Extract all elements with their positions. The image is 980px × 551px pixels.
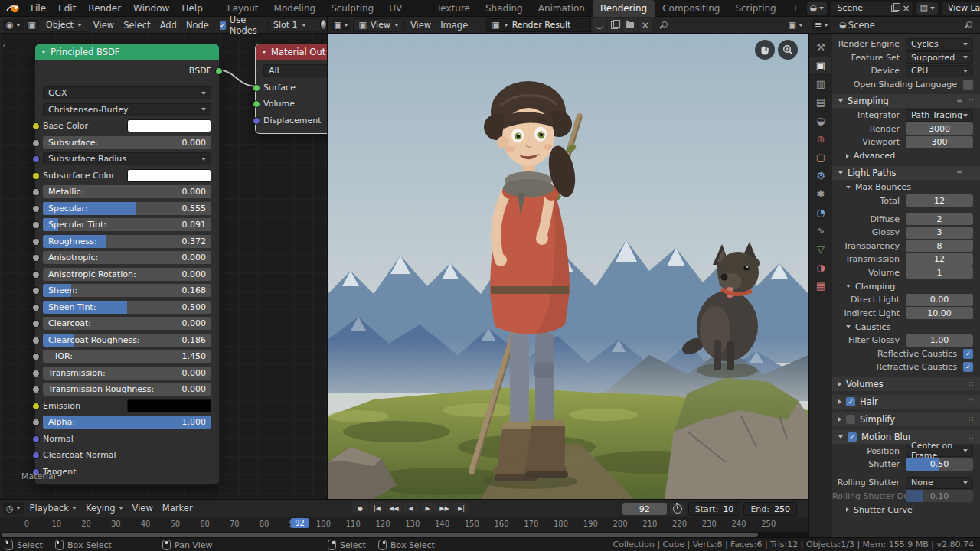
unlink-image-button[interactable]: × — [639, 18, 652, 32]
panel-options-icons[interactable]: ∷ — [969, 432, 975, 441]
prop-field-glossy[interactable]: 3 — [906, 227, 973, 239]
input-socket[interactable] — [32, 188, 40, 196]
slider-specular-tint[interactable]: Specular Tint:0.091 — [43, 218, 211, 231]
panel-options-icons[interactable]: ≡ ∷ — [956, 168, 975, 177]
scene-selector[interactable]: Scene × — [830, 2, 913, 15]
new-image-button[interactable] — [608, 18, 622, 32]
menu-window[interactable]: Window — [127, 0, 175, 17]
subpanel-header-shutter-curve[interactable]: Shutter Curve — [832, 504, 980, 516]
input-socket[interactable] — [32, 254, 40, 262]
prop-dropdown-position[interactable]: Center on Frame — [906, 445, 973, 457]
prop-field-viewport[interactable]: 300 — [906, 136, 973, 148]
node-header[interactable]: Material Out — [256, 44, 328, 60]
editor-type-button[interactable]: ▣ — [331, 19, 351, 31]
subpanel-header-advanced[interactable]: Advanced — [832, 150, 980, 162]
panel-options-icons[interactable]: ∷ — [969, 415, 975, 423]
node-header[interactable]: Principled BSDF — [35, 44, 219, 60]
shader-menu-add[interactable]: Add — [155, 17, 181, 34]
material-preview-icon[interactable] — [320, 19, 327, 31]
workspace-tab-uv-editing[interactable]: UV Editing — [381, 0, 429, 17]
pin-icon[interactable] — [660, 21, 668, 29]
current-frame-field[interactable]: 92 — [622, 503, 667, 515]
use-nodes-toggle[interactable]: ✓ Use Nodes — [220, 15, 260, 36]
record-button[interactable]: ● — [352, 502, 368, 514]
panel-header-sampling[interactable]: Sampling≡ ∷ — [832, 94, 980, 108]
jump-to-start-button[interactable]: |◀ — [369, 502, 385, 514]
play-reverse-button[interactable]: ◀ — [403, 502, 419, 514]
workspace-tab-sculpting[interactable]: Sculpting — [323, 0, 381, 17]
dropdown-subsurface-radius[interactable]: Subsurface Radius — [43, 152, 211, 165]
slider-subsurface[interactable]: Subsurface:0.000 — [43, 136, 211, 149]
prop-checkbox-open-shading-language[interactable] — [963, 80, 973, 90]
input-socket[interactable] — [32, 370, 40, 377]
shader-menu-select[interactable]: Select — [119, 17, 155, 34]
editor-type-button[interactable]: ◷ — [3, 502, 24, 514]
input-socket[interactable] — [253, 84, 260, 92]
image-menu-view[interactable]: View — [406, 17, 436, 34]
sidebar-toggle-arrow[interactable]: › — [2, 40, 5, 50]
bsdf-output-socket[interactable] — [215, 67, 223, 75]
prop-field-volume[interactable]: 1 — [906, 266, 973, 279]
image-editor[interactable] — [328, 34, 808, 499]
timeline-ruler[interactable]: 0102030405060708090100110120130140150160… — [0, 517, 808, 532]
panel-checkbox[interactable] — [846, 415, 855, 424]
panel-header-simplify[interactable]: Simplify∷ — [832, 412, 980, 426]
input-socket[interactable] — [32, 419, 40, 426]
properties-tab-view-layer[interactable]: ▤ — [810, 93, 831, 110]
input-socket[interactable] — [32, 271, 40, 279]
zoom-button[interactable] — [778, 40, 798, 60]
panel-options-icons[interactable]: ≡ ∷ — [956, 97, 975, 106]
image-menu-image[interactable]: Image — [436, 17, 472, 34]
prop-field-filter-glossy[interactable]: 1.00 — [906, 334, 973, 347]
properties-tab-texture[interactable]: ▦ — [810, 277, 831, 294]
fake-user-button[interactable] — [593, 18, 606, 32]
display-channels-dropdown[interactable]: ▣ — [789, 20, 803, 30]
principled-bsdf-node[interactable]: Principled BSDF BSDF GGXChristensen-Burl… — [34, 44, 220, 485]
shader-type-icon-button[interactable]: ▣ — [25, 19, 39, 31]
workspace-tab-compositing[interactable]: Compositing — [655, 0, 727, 17]
workspace-tab-texture-paint[interactable]: Texture Paint — [429, 0, 478, 17]
input-socket[interactable] — [32, 221, 40, 229]
previous-keyframe-button[interactable]: ◀◀ — [386, 502, 402, 514]
display-mode-dropdown[interactable]: ▣View — [353, 18, 404, 32]
slot-dropdown[interactable]: Slot 1 — [268, 18, 318, 32]
next-keyframe-button[interactable]: ▶▶ — [436, 502, 452, 514]
frame-start-field[interactable]: Start:10 — [688, 502, 741, 516]
input-socket[interactable] — [32, 139, 40, 147]
preview-range-button[interactable] — [670, 503, 685, 515]
timeline-menu-keying[interactable]: Keying — [81, 500, 128, 517]
input-socket[interactable] — [32, 155, 40, 163]
panel-checkbox[interactable]: ✓ — [848, 432, 857, 442]
prop-field-indirect-light[interactable]: 10.00 — [906, 307, 973, 319]
prop-dropdown-integrator[interactable]: Path Tracing — [906, 109, 973, 122]
slider-anisotropic[interactable]: Anisotropic:0.000 — [43, 251, 211, 264]
prop-slider-rolling-shutter-dur[interactable]: 0.10 — [906, 490, 973, 502]
input-socket[interactable] — [32, 386, 40, 393]
properties-tab-material[interactable]: ◑ — [810, 259, 831, 276]
collapse-triangle-icon[interactable] — [262, 51, 266, 54]
slider-sheen[interactable]: Sheen:0.168 — [43, 284, 211, 297]
color-swatch[interactable] — [127, 119, 211, 132]
timeline-menu-playback[interactable]: Playback — [25, 500, 81, 517]
input-socket[interactable] — [32, 337, 40, 344]
dropdown-ggx[interactable]: GGX — [43, 86, 211, 99]
panel-header-hair[interactable]: ✓Hair∷ — [832, 395, 980, 409]
slider-clearcoat[interactable]: Clearcoat:0.000 — [43, 317, 211, 330]
panel-header-light-paths[interactable]: Light Paths≡ ∷ — [832, 166, 980, 180]
input-socket[interactable] — [32, 172, 40, 180]
input-socket[interactable] — [32, 122, 40, 130]
panel-options-icons[interactable]: ∷ — [969, 397, 975, 406]
menu-file[interactable]: File — [24, 0, 52, 17]
frame-end-field[interactable]: End:250 — [743, 502, 797, 516]
timeline-menu-marker[interactable]: Marker — [158, 500, 198, 517]
new-scene-icon[interactable] — [891, 5, 898, 12]
workspace-tab-rendering[interactable]: Rendering — [593, 0, 655, 17]
menu-render[interactable]: Render — [82, 0, 127, 17]
editor-type-button[interactable]: ≡ — [812, 19, 831, 31]
properties-tab-particles[interactable]: ✱ — [810, 185, 831, 202]
input-socket[interactable] — [253, 100, 260, 108]
properties-tab-object-data[interactable]: ▽ — [810, 240, 831, 257]
input-socket[interactable] — [32, 287, 40, 295]
close-icon[interactable]: × — [902, 4, 910, 13]
slider-specular[interactable]: Specular:0.555 — [43, 202, 211, 215]
